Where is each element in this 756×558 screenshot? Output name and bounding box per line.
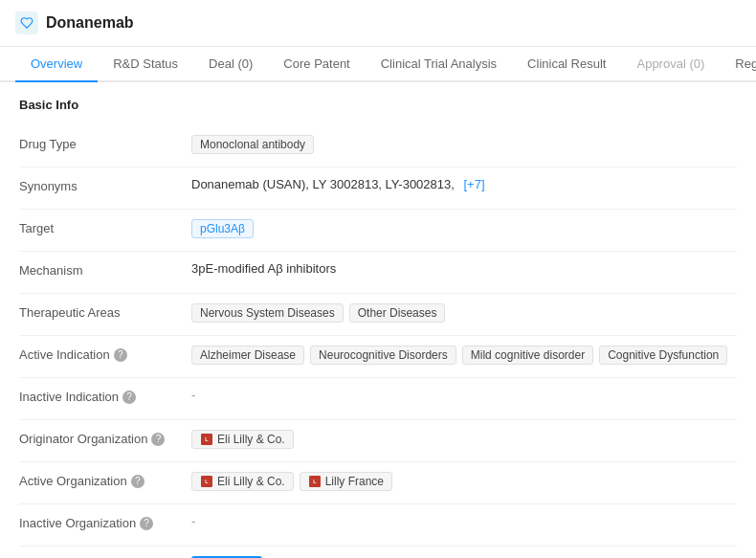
mechanism-label: Mechanism <box>19 261 191 278</box>
synonyms-label: Synonyms <box>19 177 191 193</box>
tag-neurocognitive: Neurocognitive Disorders <box>310 346 456 365</box>
inactive-indication-label: Inactive Indication ? <box>19 388 191 404</box>
tag-monoclonal-antibody: Monoclonal antibody <box>191 135 314 154</box>
tab-clinical-result[interactable]: Clinical Result <box>512 47 621 82</box>
target-label: Target <box>19 219 191 235</box>
lilly-france-logo: L <box>308 475 322 488</box>
therapeutic-areas-label: Therapeutic Areas <box>19 303 191 320</box>
drug-icon <box>15 11 38 34</box>
inactive-org-dash: - <box>191 514 195 528</box>
active-org-label: Active Organization ? <box>19 472 191 488</box>
inactive-org-help-icon[interactable]: ? <box>140 517 153 530</box>
originator-org-help-icon[interactable]: ? <box>151 433 165 446</box>
inactive-indication-dash: - <box>191 388 195 402</box>
tab-clinical-trial[interactable]: Clinical Trial Analysis <box>366 47 512 82</box>
tag-other-diseases: Other Diseases <box>349 303 446 323</box>
inactive-indication-help-icon[interactable]: ? <box>122 391 136 404</box>
mechanism-row: Mechanism 3pE-modified Aβ inhibitors <box>19 252 737 294</box>
active-indication-help-icon[interactable]: ? <box>114 348 127 362</box>
synonyms-value: Donanemab (USAN), LY 3002813, LY-3002813… <box>191 177 737 191</box>
drug-type-label: Drug Type <box>19 135 191 151</box>
tab-regulatory-review[interactable]: Regulatory Review <box>720 47 756 82</box>
active-org-help-icon[interactable]: ? <box>131 475 145 488</box>
tab-approval[interactable]: Approval (0) <box>621 47 720 82</box>
org-tag-lilly-france[interactable]: L Lilly France <box>300 472 392 491</box>
mechanism-value: 3pE-modified Aβ inhibitors <box>191 261 737 276</box>
tag-pglu3ab[interactable]: pGlu3Aβ <box>191 219 254 238</box>
active-org-value: L Eli Lilly & Co. L Lilly France <box>191 472 737 491</box>
main-content: Basic Info Drug Type Monoclonal antibody… <box>0 82 756 558</box>
tab-bar: Overview R&D Status Deal (0) Core Patent… <box>0 47 756 82</box>
synonyms-text: Donanemab (USAN), LY 3002813, LY-3002813… <box>191 177 458 191</box>
inactive-indication-value: - <box>191 388 737 402</box>
header: Donanemab <box>0 0 756 47</box>
inactive-org-label: Inactive Organization ? <box>19 514 191 530</box>
inactive-org-row: Inactive Organization ? - <box>19 504 737 547</box>
target-row: Target pGlu3Aβ <box>19 210 737 252</box>
drug-type-row: Drug Type Monoclonal antibody <box>19 125 737 167</box>
drug-type-value: Monoclonal antibody <box>191 135 737 154</box>
tab-overview[interactable]: Overview <box>15 47 98 82</box>
tag-nervous-system: Nervous System Diseases <box>191 303 344 323</box>
originator-org-value: L Eli Lilly & Co. <box>191 430 737 449</box>
tag-alzheimer: Alzheimer Disease <box>191 346 304 365</box>
org-name-eli-lilly-originator: Eli Lilly & Co. <box>217 433 285 446</box>
mechanism-text: 3pE-modified Aβ inhibitors <box>191 261 336 276</box>
target-value: pGlu3Aβ <box>191 219 737 238</box>
org-name-lilly-france: Lilly France <box>325 475 384 488</box>
org-name-eli-lilly-active: Eli Lilly & Co. <box>217 475 285 488</box>
active-indication-value: Alzheimer Disease Neurocognitive Disorde… <box>191 346 737 365</box>
drug-highest-phase-row: Drug Highest Phase ? NDA/BLA <box>19 547 737 558</box>
tab-rd-status[interactable]: R&D Status <box>98 47 193 82</box>
tab-deal[interactable]: Deal (0) <box>193 47 268 82</box>
synonyms-more-link[interactable]: [+7] <box>464 177 485 191</box>
tab-core-patent[interactable]: Core Patent <box>268 47 365 82</box>
therapeutic-areas-row: Therapeutic Areas Nervous System Disease… <box>19 294 737 336</box>
org-tag-eli-lilly-active[interactable]: L Eli Lilly & Co. <box>191 472 294 491</box>
active-indication-label: Active Indication ? <box>19 346 191 362</box>
tag-mild-cognitive: Mild cognitive disorder <box>462 346 593 365</box>
inactive-org-value: - <box>191 514 737 528</box>
eli-lilly-logo-active: L <box>200 475 213 488</box>
org-tag-eli-lilly-originator[interactable]: L Eli Lilly & Co. <box>191 430 294 449</box>
eli-lilly-logo-originator: L <box>200 433 213 446</box>
originator-org-row: Originator Organization ? L Eli Lilly & … <box>19 420 737 462</box>
originator-org-label: Originator Organization ? <box>19 430 191 446</box>
synonyms-row: Synonyms Donanemab (USAN), LY 3002813, L… <box>19 167 737 210</box>
active-org-row: Active Organization ? L Eli Lilly & Co. … <box>19 462 737 504</box>
drug-name: Donanemab <box>46 14 134 32</box>
tag-cognitive-dysfunction: Cognitive Dysfunction <box>599 346 727 365</box>
inactive-indication-row: Inactive Indication ? - <box>19 378 737 420</box>
therapeutic-areas-value: Nervous System Diseases Other Diseases <box>191 303 737 323</box>
section-title: Basic Info <box>19 98 737 112</box>
active-indication-row: Active Indication ? Alzheimer Disease Ne… <box>19 336 737 378</box>
